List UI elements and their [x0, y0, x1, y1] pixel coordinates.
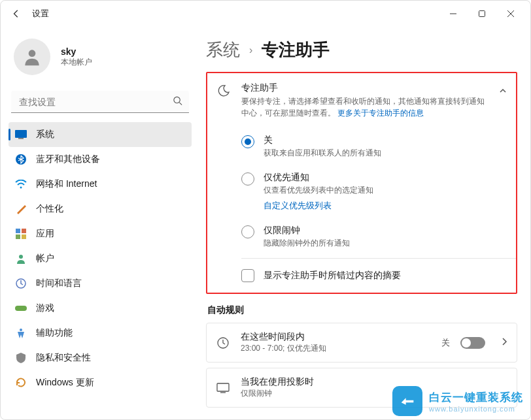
clock-icon — [216, 336, 230, 350]
breadcrumb-current: 专注助手 — [262, 39, 330, 61]
chevron-right-icon — [501, 337, 507, 348]
sidebar-item-label: Windows 更新 — [36, 377, 94, 389]
close-icon — [507, 10, 515, 18]
system-icon — [15, 129, 27, 140]
sidebar-item-windows-update[interactable]: Windows 更新 — [9, 370, 192, 395]
search-icon — [173, 96, 182, 108]
sidebar-item-accessibility[interactable]: 辅助功能 — [9, 321, 192, 346]
radio-off[interactable]: 关 获取来自应用和联系人的所有通知 — [241, 128, 516, 165]
sidebar-item-apps[interactable]: 应用 — [9, 221, 192, 246]
sidebar-item-label: 系统 — [36, 129, 54, 140]
gaming-icon — [15, 302, 27, 314]
divider — [241, 258, 516, 259]
sidebar-item-label: 蓝牙和其他设备 — [36, 153, 100, 165]
chevron-up-icon[interactable] — [499, 86, 507, 97]
window-title: 设置 — [32, 8, 49, 20]
brush-icon — [15, 203, 27, 215]
wifi-icon — [15, 178, 27, 190]
svg-rect-15 — [15, 306, 27, 311]
summary-checkbox-row[interactable]: 显示专注助手时所错过内容的摘要 — [207, 261, 516, 293]
checkbox[interactable] — [241, 269, 254, 282]
radio-indicator — [241, 172, 254, 186]
svg-line-4 — [179, 103, 182, 105]
clock-globe-icon — [15, 278, 27, 289]
close-button[interactable] — [496, 3, 525, 24]
toggle-switch[interactable] — [460, 337, 485, 349]
moon-icon — [216, 84, 231, 98]
radio-sub: 获取来自应用和联系人的所有通知 — [264, 148, 381, 159]
svg-point-8 — [20, 187, 22, 189]
svg-rect-5 — [15, 130, 27, 138]
maximize-icon — [478, 10, 486, 18]
sidebar-item-accounts[interactable]: 帐户 — [9, 246, 192, 271]
focus-assist-description: 要保持专注，请选择希望查看和收听的通知，其他通知将直接转到通知中心，可在那里随时… — [241, 95, 485, 119]
focus-assist-title: 专注助手 — [241, 82, 485, 94]
minimize-icon — [449, 10, 457, 18]
user-profile[interactable]: sky 本地帐户 — [9, 35, 192, 87]
watermark-url: www.baiyunxitong.com — [429, 405, 515, 413]
customize-priority-link[interactable]: 自定义优先级列表 — [264, 200, 373, 212]
sidebar-item-label: 网络和 Internet — [36, 178, 97, 190]
focus-assist-header[interactable]: 专注助手 要保持专注，请选择希望查看和收听的通知，其他通知将直接转到通知中心，可… — [207, 73, 516, 128]
maximize-button[interactable] — [468, 3, 496, 24]
checkbox-label: 显示专注助手时所错过内容的摘要 — [264, 270, 401, 282]
chevron-right-icon: › — [249, 44, 252, 56]
radio-alarms-only[interactable]: 仅限闹钟 隐藏除闹钟外的所有通知 — [241, 218, 516, 255]
svg-rect-10 — [22, 229, 26, 233]
radio-label: 仅优先通知 — [264, 172, 373, 184]
profile-name: sky — [61, 46, 92, 57]
shield-icon — [15, 352, 27, 364]
watermark-text: 白云一键重装系统 — [429, 390, 523, 405]
radio-indicator — [241, 225, 254, 238]
svg-rect-11 — [16, 234, 20, 239]
profile-subtitle: 本地帐户 — [61, 57, 92, 68]
sidebar-item-gaming[interactable]: 游戏 — [9, 296, 192, 321]
radio-sub: 仅查看优先级列表中的选定通知 — [264, 185, 373, 196]
radio-priority-only[interactable]: 仅优先通知 仅查看优先级列表中的选定通知 自定义优先级列表 — [241, 165, 516, 218]
svg-rect-18 — [217, 383, 229, 391]
sidebar-item-label: 应用 — [36, 228, 54, 240]
sidebar-item-bluetooth[interactable]: 蓝牙和其他设备 — [9, 147, 192, 172]
rule-time-range[interactable]: 在这些时间段内 23:00 - 7:00; 仅优先通知 关 — [206, 323, 517, 363]
sidebar: sky 本地帐户 系统 蓝牙和其他设备 — [1, 27, 197, 419]
sidebar-item-label: 隐私和安全性 — [36, 352, 91, 364]
apps-icon — [15, 228, 27, 240]
sidebar-item-personalization[interactable]: 个性化 — [9, 197, 192, 221]
rule-title: 在这些时间段内 — [241, 331, 431, 343]
search-input[interactable] — [11, 91, 189, 113]
main-content: 系统 › 专注助手 专注助手 要保持专注，请选择希望查看和收听的通知，其他通知将… — [197, 27, 530, 419]
sidebar-item-time-language[interactable]: 时间和语言 — [9, 271, 192, 296]
account-icon — [15, 253, 27, 265]
svg-rect-9 — [16, 229, 20, 233]
svg-point-13 — [19, 255, 23, 259]
minimize-button[interactable] — [439, 3, 468, 24]
radio-label: 仅限闹钟 — [264, 225, 350, 236]
svg-rect-12 — [22, 234, 26, 239]
sidebar-item-privacy[interactable]: 隐私和安全性 — [9, 346, 192, 370]
sidebar-item-system[interactable]: 系统 — [9, 122, 192, 147]
bluetooth-icon — [15, 153, 27, 165]
sidebar-item-label: 辅助功能 — [36, 327, 73, 339]
avatar — [14, 39, 50, 75]
svg-rect-6 — [18, 138, 24, 139]
sidebar-item-label: 游戏 — [36, 302, 54, 314]
breadcrumb: 系统 › 专注助手 — [206, 39, 517, 61]
back-button[interactable] — [6, 3, 27, 24]
rule-state: 关 — [441, 337, 450, 349]
sidebar-item-network[interactable]: 网络和 Internet — [9, 172, 192, 197]
sidebar-item-label: 个性化 — [36, 203, 63, 215]
sidebar-item-label: 时间和语言 — [36, 278, 82, 289]
radio-sub: 隐藏除闹钟外的所有通知 — [264, 238, 350, 249]
nav-list: 系统 蓝牙和其他设备 网络和 Internet 个性化 应用 — [9, 122, 192, 395]
svg-rect-1 — [479, 11, 485, 17]
svg-point-3 — [174, 97, 180, 103]
auto-rules-heading: 自动规则 — [207, 304, 517, 316]
focus-assist-info-link[interactable]: 更多关于专注助手的信息 — [337, 108, 424, 118]
monitor-icon — [216, 381, 230, 395]
radio-indicator — [241, 135, 254, 148]
svg-point-2 — [29, 50, 36, 57]
titlebar: 设置 — [1, 1, 530, 27]
breadcrumb-parent[interactable]: 系统 — [206, 39, 240, 61]
accessibility-icon — [15, 327, 27, 339]
svg-point-16 — [20, 329, 22, 331]
